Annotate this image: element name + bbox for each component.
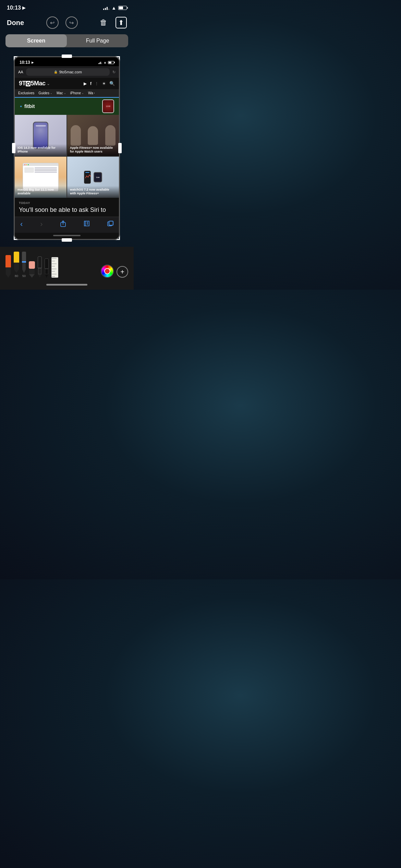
drawing-toolbar: 80 50 [0, 247, 134, 281]
url-aa-button[interactable]: AA [18, 70, 23, 74]
pen-blue-label: 50 [22, 274, 26, 278]
site-logo-chevron: ⌄ [47, 81, 50, 86]
today-section: TODAY You'll soon be able to ask Siri to [15, 198, 119, 217]
url-text: 9to5mac.com [59, 70, 82, 74]
trash-button[interactable]: 🗑 [100, 18, 107, 27]
ad-watch-image: 12:00 [102, 99, 114, 113]
status-time: 10:13 ▶ [7, 5, 25, 11]
inner-url-bar[interactable]: AA 🔒 9to5mac.com ↻ [15, 66, 119, 78]
article-fitness[interactable]: Apple Fitness+ now available for Apple W… [67, 115, 119, 156]
tabs-button[interactable] [107, 220, 113, 228]
toolbar: Done ↩ ↪ 🗑 ⬆ [0, 14, 134, 34]
screenshot-preview: 10:13 ▶ ▲ [14, 56, 120, 240]
inner-time: 10:13 [20, 60, 30, 65]
time-display: 10:13 [7, 5, 21, 11]
share-action-button[interactable] [60, 220, 66, 228]
screen-tab[interactable]: Screen [5, 34, 67, 47]
site-header: 9TO5Mac ⌄ ▶ f ⋮ ☀ 🔍 [15, 78, 119, 89]
signal-bar-4 [108, 9, 109, 10]
status-icons: ▲ [103, 5, 127, 11]
eraser-tool[interactable] [29, 261, 35, 278]
crop-handle-mt[interactable] [62, 55, 72, 58]
signal-bar-2 [105, 8, 106, 10]
nav-iphone[interactable]: iPhone ⌄ [70, 91, 84, 95]
preview-area: 10:13 ▶ ▲ [0, 53, 134, 247]
article-watchos[interactable]: Low watchOS 7.2 now available with Apple… [67, 157, 119, 198]
bookmarks-button[interactable] [84, 220, 90, 228]
dark-pen-1-tool[interactable] [38, 256, 42, 278]
url-field[interactable]: 🔒 9to5mac.com [26, 68, 110, 76]
color-picker-selected [104, 268, 110, 274]
dark-pen-2-tool[interactable] [45, 258, 49, 278]
signal-bar-3 [107, 7, 108, 10]
facebook-icon[interactable]: f [90, 81, 92, 86]
article-ios143-caption: iOS 14.3 now available for iPhone [15, 144, 66, 156]
nav-mac[interactable]: Mac ⌄ [57, 91, 66, 95]
redo-button[interactable]: ↪ [65, 16, 78, 29]
nav-exclusives[interactable]: Exclusives [18, 91, 34, 95]
article-fitness-caption: Apple Fitness+ now available for Apple W… [67, 144, 119, 156]
battery-icon [118, 6, 127, 10]
youtube-icon[interactable]: ▶ [84, 81, 87, 86]
inner-battery [108, 61, 114, 64]
crop-handle-mb[interactable] [62, 238, 72, 242]
phone-content: 10:13 ▶ ▲ [14, 56, 120, 240]
crop-handle-mr[interactable] [118, 143, 122, 153]
inner-time-area: 10:13 ▶ [20, 60, 34, 65]
wifi-icon: ▲ [111, 5, 116, 11]
toolbar-center: ↩ ↪ [46, 16, 78, 29]
articles-grid: iOS 14.3 now available for iPhone Apple … [15, 115, 119, 198]
inner-bottom-bar: ‹ › [15, 217, 119, 233]
article-macos[interactable]: macOS Big Sur 11.1 now available [15, 157, 66, 198]
forward-button[interactable]: › [40, 220, 42, 229]
home-indicator [0, 281, 134, 290]
nav-more[interactable]: Wa › [88, 91, 95, 95]
inner-status-icons: ▲ [98, 61, 114, 64]
home-bar [46, 284, 87, 286]
today-label: TODAY [19, 201, 115, 205]
share-button[interactable]: ⬆ [116, 17, 127, 28]
marker-yellow-label: 80 [15, 274, 18, 278]
ruler-tool[interactable] [51, 257, 58, 278]
more-icon[interactable]: ⋮ [95, 82, 99, 85]
segment-control: Screen Full Page [5, 34, 128, 47]
done-button[interactable]: Done [7, 19, 24, 27]
inner-home-bar [53, 235, 81, 236]
battery-fill [119, 7, 123, 9]
signal-bar-1 [103, 9, 104, 10]
site-header-icons: ▶ f ⋮ ☀ 🔍 [84, 81, 115, 86]
fitbit-logo: fitbit [24, 104, 35, 109]
article-macos-caption: macOS Big Sur 11.1 now available [15, 186, 66, 198]
signal-bars [103, 6, 109, 10]
svg-rect-2 [109, 221, 113, 225]
ad-banner: ✦ fitbit 12:00 [15, 98, 119, 115]
crop-handle-ml[interactable] [12, 143, 15, 153]
article-watchos-caption: watchOS 7.2 now available with Apple Fit… [67, 186, 119, 198]
full-page-tab[interactable]: Full Page [67, 34, 128, 47]
color-picker-button[interactable] [101, 265, 114, 278]
back-button[interactable]: ‹ [20, 220, 23, 229]
marker-orange-tool[interactable] [5, 255, 11, 278]
nav-bar: Exclusives Guides ⌄ Mac ⌄ iPhone ⌄ Wa › [15, 89, 119, 98]
add-tool-button[interactable]: + [117, 266, 128, 278]
url-lock-icon: 🔒 [54, 70, 58, 74]
toolbar-right: 🗑 ⬆ [100, 17, 127, 28]
inner-status-bar: 10:13 ▶ ▲ [15, 57, 119, 66]
today-headline: You'll soon be able to ask Siri to [19, 206, 115, 214]
site-logo: 9TO5Mac [19, 80, 45, 87]
search-icon[interactable]: 🔍 [109, 81, 115, 86]
marker-yellow-tool[interactable]: 80 [14, 252, 19, 278]
fitbit-dots-icon: ✦ [20, 105, 22, 108]
nav-guides[interactable]: Guides ⌄ [38, 91, 52, 95]
undo-button[interactable]: ↩ [46, 16, 59, 29]
article-ios143[interactable]: iOS 14.3 now available for iPhone [15, 115, 66, 156]
location-icon: ▶ [22, 5, 25, 10]
inner-wifi-icon: ▲ [104, 61, 107, 64]
url-reload-button[interactable]: ↻ [112, 70, 116, 74]
status-bar: 10:13 ▶ ▲ [0, 0, 134, 14]
inner-signal [98, 61, 102, 64]
pen-blue-tool[interactable]: 50 [22, 252, 26, 278]
inner-location-icon: ▶ [32, 61, 34, 64]
theme-icon[interactable]: ☀ [102, 81, 106, 86]
